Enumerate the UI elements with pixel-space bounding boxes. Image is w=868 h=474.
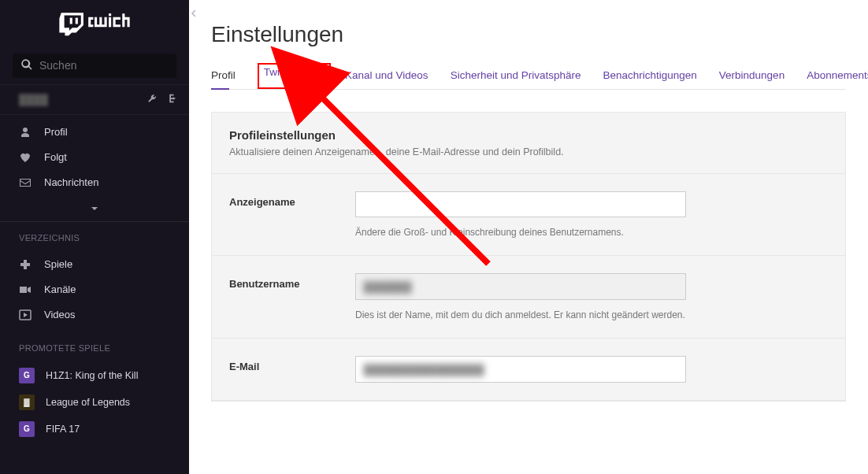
directory-nav: Spiele Kanäle Videos	[0, 247, 189, 332]
tab-profil[interactable]: Profil	[211, 65, 243, 89]
nav-label: Videos	[44, 309, 76, 320]
panel-title: Profileinstellungen	[229, 128, 828, 142]
tab-sicherheit[interactable]: Sicherheit und Privatsphäre	[451, 65, 589, 89]
tab-benachrichtigungen[interactable]: Benachrichtigungen	[603, 65, 704, 89]
promoted-games: GH1Z1: King of the Kill ▓League of Legen…	[0, 357, 189, 447]
gamepad-icon	[19, 258, 32, 271]
nav-label: Kanäle	[44, 283, 76, 295]
nav-item-kanaele[interactable]: Kanäle	[0, 277, 189, 302]
section-title-promoted: PROMOTETE SPIELE	[0, 332, 189, 357]
nav-label: Folgt	[44, 151, 67, 163]
svg-rect-0	[70, 18, 72, 24]
wrench-icon[interactable]	[147, 93, 158, 106]
nav-item-profil[interactable]: Profil	[0, 120, 189, 145]
field-hint: Dies ist der Name, mit dem du dich anmel…	[355, 309, 828, 320]
profile-settings-panel: Profileinstellungen Aktualisiere deinen …	[211, 112, 846, 402]
sidebar-collapse-handle[interactable]	[190, 8, 199, 17]
nav-item-nachrichten[interactable]: Nachrichten	[0, 170, 189, 195]
logout-icon[interactable]	[165, 93, 176, 106]
username-display: ████	[19, 94, 139, 106]
game-icon: G	[19, 368, 35, 383]
svg-rect-1	[76, 18, 78, 24]
displayname-input[interactable]	[355, 191, 686, 217]
section-title-directory: VERZEICHNIS	[0, 222, 189, 247]
field-row-email: E-Mail ███████████████	[212, 339, 845, 401]
tab-twitch-prime[interactable]: Twitch Prime	[258, 63, 331, 89]
username-input: ██████	[355, 273, 686, 300]
game-label: League of Legends	[46, 397, 130, 408]
user-row: ████	[0, 84, 189, 115]
nav-item-folgt[interactable]: Folgt	[0, 145, 189, 170]
game-item-lol[interactable]: ▓League of Legends	[0, 389, 189, 416]
game-item-fifa[interactable]: GFIFA 17	[0, 416, 189, 443]
nav-label: Nachrichten	[44, 176, 98, 188]
nav-label: Profil	[44, 126, 68, 138]
settings-tabs: Profil Twitch Prime Kanal und Videos Sic…	[211, 65, 846, 90]
svg-rect-3	[109, 13, 111, 16]
field-row-displayname: Anzeigename Ändere die Groß- und Kleinsc…	[212, 174, 845, 256]
envelope-icon	[19, 176, 32, 189]
nav-expand-toggle[interactable]	[0, 200, 189, 222]
play-icon	[19, 309, 32, 321]
user-icon	[19, 126, 32, 139]
user-nav: Profil Folgt Nachrichten	[0, 115, 189, 200]
tab-kanal-videos[interactable]: Kanal und Videos	[345, 65, 436, 89]
camera-icon	[19, 283, 32, 296]
game-item-h1z1[interactable]: GH1Z1: King of the Kill	[0, 362, 189, 389]
search-input[interactable]	[39, 59, 169, 72]
page-title: Einstellungen	[211, 22, 846, 47]
field-label: Benutzername	[229, 273, 355, 320]
tab-abonnements[interactable]: Abonnements	[807, 65, 868, 89]
game-label: FIFA 17	[46, 424, 80, 435]
game-icon: ▓	[19, 394, 35, 410]
panel-subtitle: Aktualisiere deinen Anzeigenamen, deine …	[229, 146, 828, 157]
field-hint: Ändere die Groß- und Kleinschreibung dei…	[355, 227, 828, 238]
nav-label: Spiele	[44, 258, 72, 270]
nav-item-spiele[interactable]: Spiele	[0, 252, 189, 277]
field-label: Anzeigename	[229, 191, 355, 238]
svg-rect-2	[109, 17, 111, 28]
game-label: H1Z1: King of the Kill	[46, 370, 138, 381]
email-input[interactable]: ███████████████	[355, 356, 686, 383]
field-label: E-Mail	[229, 356, 355, 383]
game-icon: G	[19, 421, 35, 437]
chevron-left-icon	[190, 9, 198, 17]
tab-verbindungen[interactable]: Verbindungen	[719, 65, 792, 89]
sidebar: ████ Profil Folgt Nachrichten VERZEICHNI…	[0, 0, 189, 474]
main-content: Einstellungen Profil Twitch Prime Kanal …	[189, 0, 868, 474]
nav-item-videos[interactable]: Videos	[0, 302, 189, 328]
search-icon	[20, 58, 39, 73]
heart-icon	[19, 151, 32, 164]
field-row-username: Benutzername ██████ Dies ist der Name, m…	[212, 256, 845, 339]
twitch-logo[interactable]	[0, 0, 189, 47]
chevron-down-icon	[91, 205, 98, 213]
search-box[interactable]	[13, 54, 176, 78]
